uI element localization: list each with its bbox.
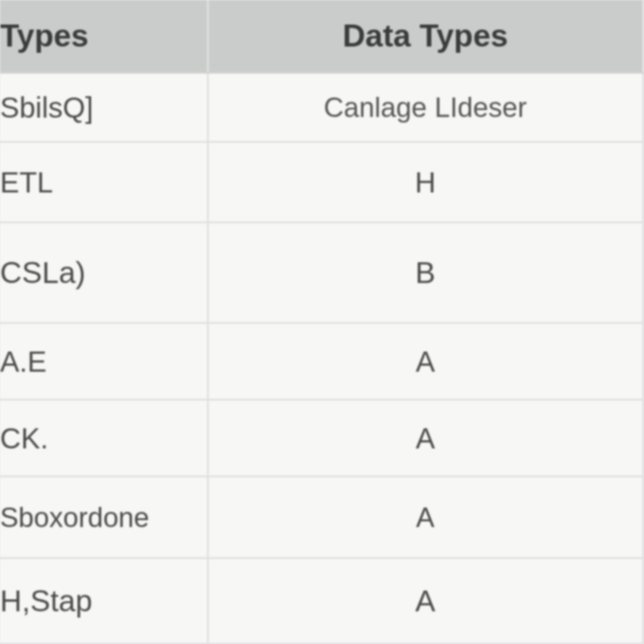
table-row: H,Stap A xyxy=(0,558,643,644)
table-row: CK. A xyxy=(0,400,643,477)
cell-data-types: A xyxy=(208,400,643,477)
cell-data-types: H xyxy=(208,142,643,223)
cell-types: A.E xyxy=(0,323,208,400)
cell-types: ETL xyxy=(0,142,208,223)
cell-types: CK. xyxy=(0,400,208,477)
header-data-types: Data Types xyxy=(208,0,643,73)
header-types: Types xyxy=(0,0,208,73)
table-row: A.E A xyxy=(0,323,643,400)
data-types-table: Types Data Types SbilsQ] Canlage LIdeser… xyxy=(0,0,644,644)
table-row: ETL H xyxy=(0,142,643,223)
table-row: SbilsQ] Canlage LIdeser xyxy=(0,73,643,142)
table-row: CSLa) B xyxy=(0,223,643,323)
cell-data-types: B xyxy=(208,223,643,323)
table-row: Sboxordone A xyxy=(0,477,643,558)
cell-data-types: Canlage LIdeser xyxy=(208,73,643,142)
cell-types: CSLa) xyxy=(0,223,208,323)
cell-types: H,Stap xyxy=(0,558,208,644)
cell-data-types: A xyxy=(208,477,643,558)
cell-types: Sboxordone xyxy=(0,477,208,558)
cell-types: SbilsQ] xyxy=(0,73,208,142)
cell-data-types: A xyxy=(208,558,643,644)
table-header-row: Types Data Types xyxy=(0,0,643,73)
cell-data-types: A xyxy=(208,323,643,400)
